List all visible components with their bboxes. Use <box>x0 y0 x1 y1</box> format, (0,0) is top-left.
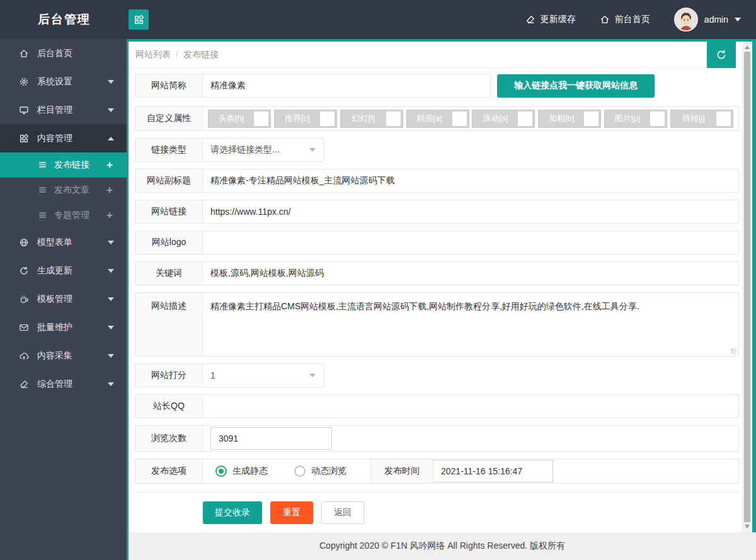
sidebar-item-generate-update[interactable]: 生成更新 <box>0 256 127 285</box>
sidebar-item-system-settings[interactable]: 系统设置 <box>0 67 127 96</box>
sidebar-item-home[interactable]: 后台首页 <box>0 39 127 67</box>
scrollbar-down-arrow[interactable] <box>745 525 750 529</box>
chevron-down-icon <box>108 108 114 112</box>
sidebar: 后台首页 系统设置 栏目管理 <box>0 39 129 560</box>
sidebar-item-template-manage[interactable]: 模板管理 <box>0 285 127 313</box>
attr-checkbox[interactable] <box>650 111 665 126</box>
attr-checkbox[interactable] <box>584 111 598 126</box>
link-type-select[interactable]: 请选择链接类型... <box>203 144 323 156</box>
fetch-site-info-button[interactable]: 输入链接点我一键获取网站信息 <box>497 74 655 98</box>
sidebar-subitem-publish-link[interactable]: 发布链接 + <box>0 152 127 178</box>
grid-icon <box>134 14 144 25</box>
radio-option-static[interactable]: 生成静态 <box>215 466 268 477</box>
score-value: 1 <box>210 370 215 380</box>
chevron-down-icon <box>309 148 316 152</box>
subtitle-input[interactable] <box>203 169 738 192</box>
custom-attrs-group: 头条[h] 推荐[c] 幻灯[f] 精选[a] 滚动[s] 加粗[b] 图片[p… <box>203 110 738 128</box>
home-icon <box>19 49 29 59</box>
coffee-cup-icon <box>19 294 29 304</box>
site-url-row: 网站链接 <box>135 200 739 224</box>
breadcrumb-parent[interactable]: 网站列表 <box>135 49 171 60</box>
refresh-page-button[interactable] <box>707 42 736 68</box>
chevron-down-icon <box>309 374 316 377</box>
site-logo-input[interactable] <box>203 231 738 254</box>
attr-checkbox[interactable] <box>320 111 335 126</box>
scrollbar-up-arrow[interactable] <box>745 45 750 49</box>
score-row: 网站打分 1 <box>135 363 324 387</box>
accent-edge-strip <box>752 42 756 532</box>
radio-label: 动态浏览 <box>311 466 346 477</box>
scrollbar-thumb[interactable] <box>744 52 750 522</box>
sidebar-label: 后台首页 <box>37 48 72 59</box>
publish-time-input[interactable] <box>433 460 553 483</box>
attr-toggle-jump[interactable]: 跳转[j] <box>670 110 733 128</box>
chevron-down-icon <box>108 326 114 329</box>
attr-checkbox[interactable] <box>254 111 268 126</box>
divider <box>135 492 739 493</box>
refresh-cache-link[interactable]: 更新缓存 <box>525 14 576 25</box>
score-select[interactable]: 1 <box>203 370 323 380</box>
attr-toggle-bold[interactable]: 加粗[b] <box>538 110 601 128</box>
front-home-link[interactable]: 前台首页 <box>600 14 650 25</box>
attr-checkbox[interactable] <box>386 111 401 126</box>
views-row: 浏览次数 <box>135 425 739 452</box>
sidebar-item-misc-manage[interactable]: 综合管理 <box>0 370 127 398</box>
eraser-icon <box>19 379 29 389</box>
radio-checked-icon[interactable] <box>215 466 227 477</box>
qq-input[interactable] <box>203 395 738 418</box>
site-url-input[interactable] <box>203 200 738 223</box>
attr-toggle-recommend[interactable]: 推荐[c] <box>274 110 337 128</box>
reset-button[interactable]: 重置 <box>270 501 313 524</box>
qq-label: 站长QQ <box>135 395 203 418</box>
sidebar-item-model-form[interactable]: 模型表单 <box>0 228 127 256</box>
radio-option-dynamic[interactable]: 动态浏览 <box>294 466 346 477</box>
site-name-label: 网站简称 <box>135 74 203 97</box>
refresh-cache-label: 更新缓存 <box>541 14 576 25</box>
description-textarea[interactable]: 精准像素主打精品CMS网站模板,主流语言网站源码下载,网站制作教程分享,好用好玩… <box>203 293 738 356</box>
link-type-label: 链接类型 <box>135 139 203 161</box>
back-button[interactable]: 返回 <box>321 501 364 524</box>
plus-icon[interactable]: + <box>106 209 113 222</box>
user-menu[interactable]: admin <box>674 8 741 31</box>
sidebar-item-column-manage[interactable]: 栏目管理 <box>0 96 127 124</box>
views-input[interactable] <box>210 427 332 450</box>
keywords-input[interactable] <box>203 262 738 285</box>
home-icon <box>600 14 610 25</box>
sidebar-label: 发布文章 <box>54 185 89 196</box>
avatar <box>674 8 698 31</box>
grid-menu-button[interactable] <box>129 9 149 30</box>
custom-attrs-row: 自定义属性 头条[h] 推荐[c] 幻灯[f] 精选[a] 滚动[s] 加粗[b… <box>135 106 739 131</box>
sidebar-item-batch-maintain[interactable]: 批量维护 <box>0 313 127 341</box>
gear-icon <box>19 77 29 87</box>
scrollbar[interactable] <box>742 42 752 532</box>
sidebar-item-content-manage[interactable]: 内容管理 <box>0 124 127 152</box>
breadcrumb: 网站列表 / 发布链接 <box>135 49 219 60</box>
attr-toggle-picture[interactable]: 图片[p] <box>604 110 667 128</box>
chevron-down-icon <box>108 241 114 244</box>
sidebar-subitem-topic-manage[interactable]: 专题管理 + <box>0 203 127 228</box>
refresh-icon <box>716 49 727 60</box>
breadcrumb-separator: / <box>176 49 178 60</box>
sidebar-item-content-collect[interactable]: 内容采集 <box>0 341 127 370</box>
submit-button[interactable]: 提交收录 <box>203 501 262 524</box>
plus-icon[interactable]: + <box>106 184 113 197</box>
sidebar-label: 模型表单 <box>37 237 72 248</box>
attr-toggle-featured[interactable]: 精选[a] <box>406 110 469 128</box>
attr-toggle-scroll[interactable]: 滚动[s] <box>472 110 535 128</box>
breadcrumb-current: 发布链接 <box>183 49 219 60</box>
attr-checkbox[interactable] <box>716 111 731 126</box>
chevron-down-icon <box>735 18 741 21</box>
attr-checkbox[interactable] <box>452 111 467 126</box>
sidebar-subitem-publish-article[interactable]: 发布文章 + <box>0 178 127 203</box>
description-row: 网站描述 精准像素主打精品CMS网站模板,主流语言网站源码下载,网站制作教程分享… <box>135 292 739 357</box>
site-name-input[interactable] <box>203 74 490 97</box>
attr-checkbox[interactable] <box>518 111 532 126</box>
plus-icon[interactable]: + <box>106 159 113 171</box>
attr-toggle-headline[interactable]: 头条[h] <box>208 110 271 128</box>
sidebar-label: 内容采集 <box>37 350 72 362</box>
list-icon <box>38 185 48 195</box>
grid-icon <box>19 134 29 144</box>
resize-handle[interactable] <box>731 348 736 354</box>
attr-toggle-slide[interactable]: 幻灯[f] <box>340 110 403 128</box>
radio-unchecked-icon[interactable] <box>294 466 306 477</box>
